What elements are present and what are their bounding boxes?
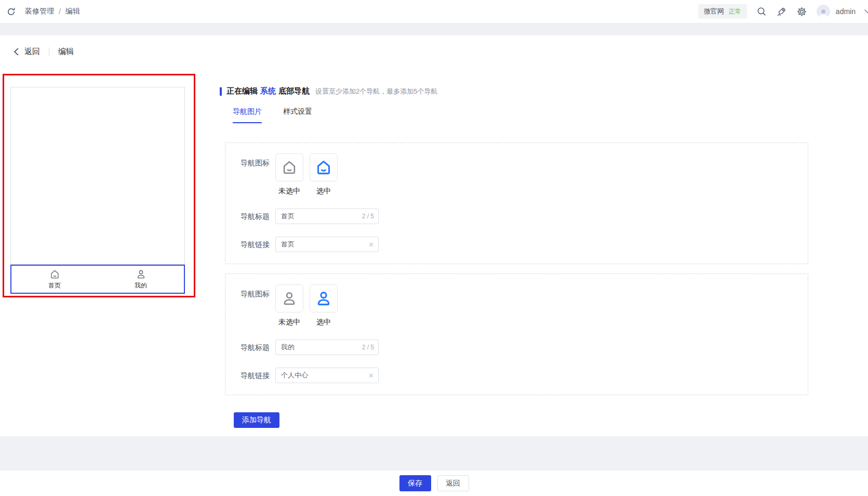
topbar: 装修管理 / 编辑 微官网 正常 [0,0,868,23]
nav-link-label: 导航链接 [241,237,270,252]
user-name[interactable]: admin [836,7,856,16]
editor-panel: 正在编辑 系统 底部导航 设置至少添加2个导航，最多添加5个导航 导航图片 样式… [220,86,808,428]
nav-title-row: 导航标题 2 / 5 [241,340,808,355]
subheader-divider [49,47,49,56]
site-status: 正常 [729,7,741,16]
phone-bottom-nav-selected[interactable]: 首页 我的 [10,265,185,294]
editing-header: 正在编辑 系统 底部导航 设置至少添加2个导航，最多添加5个导航 [220,86,808,96]
user-icon[interactable] [310,284,338,312]
nav-link-input[interactable] [275,368,379,383]
topbar-left: 装修管理 / 编辑 [5,6,80,17]
save-button[interactable]: 保存 [399,475,431,491]
phone-nav-label: 首页 [48,281,61,290]
nav-icon-label: 导航图标 [241,153,270,196]
nav-icon-label: 导航图标 [241,284,270,327]
editing-prefix: 正在编辑 [226,86,258,96]
site-name: 微官网 [704,7,724,16]
home-icon [49,269,60,280]
search-icon[interactable] [756,6,767,17]
tab-style-settings[interactable]: 样式设置 [283,107,312,123]
gear-icon[interactable] [796,6,808,17]
topbar-right: 微官网 正常 [698,4,867,19]
main-area: 首页 我的 正在编辑 系统 底部导航 [0,68,868,436]
nav-title-input-wrap: 2 / 5 [275,340,379,355]
editing-scope-link[interactable]: 系统 [260,86,276,96]
chevron-left-icon [12,48,20,55]
nav-title-row: 导航标题 2 / 5 [241,208,808,224]
rocket-icon[interactable] [776,6,787,17]
picker-caption: 选中 [316,318,331,327]
breadcrumb-separator: / [59,7,61,16]
picker-caption: 未选中 [278,318,300,327]
nav-icon-row: 导航图标 未选中 [241,153,808,196]
icon-pickers: 未选中 选中 [275,153,338,196]
clear-icon[interactable]: ✕ [368,237,374,252]
nav-link-input-wrap: ✕ [275,237,379,252]
nav-link-input-wrap: ✕ [275,368,379,383]
tab-nav-image[interactable]: 导航图片 [233,107,262,123]
user-icon[interactable] [275,284,303,312]
nav-link-label: 导航链接 [241,368,270,383]
icon-pickers: 未选中 选中 [275,284,338,327]
editing-target: 底部导航 [278,86,310,96]
char-counter: 2 / 5 [362,208,374,224]
nav-title-label: 导航标题 [241,208,270,224]
back-button[interactable]: 返回 [12,47,40,57]
breadcrumb: 装修管理 / 编辑 [25,7,80,16]
nav-title-label: 导航标题 [241,340,270,355]
editing-note: 设置至少添加2个导航，最多添加5个导航 [315,87,437,96]
subheader: 返回 编辑 [0,35,868,68]
phone-nav-item-home[interactable]: 首页 [11,266,98,293]
nav-icon-row: 导航图标 未选中 [241,284,808,327]
icon-picker-unselected[interactable]: 未选中 [275,284,303,327]
chevron-down-icon[interactable] [864,9,868,14]
nav-item-card-mine: 导航图标 未选中 [225,273,808,395]
refresh-icon[interactable] [5,6,17,17]
accent-bar [220,87,222,96]
avatar[interactable] [817,5,830,18]
breadcrumb-item-decoration[interactable]: 装修管理 [25,7,54,16]
add-nav-button[interactable]: 添加导航 [234,412,279,428]
back-label: 返回 [24,47,40,57]
char-counter: 2 / 5 [362,340,374,355]
picker-caption: 未选中 [278,187,300,196]
home-icon[interactable] [275,153,303,181]
header-separator-band [0,23,868,35]
return-button[interactable]: 返回 [437,475,469,491]
nav-title-input-wrap: 2 / 5 [275,208,379,224]
picker-caption: 选中 [316,187,331,196]
nav-link-row: 导航链接 ✕ [241,368,808,383]
nav-link-row: 导航链接 ✕ [241,237,808,252]
page-title: 编辑 [58,47,74,57]
phone-nav-item-mine[interactable]: 我的 [98,266,184,293]
site-status-badge[interactable]: 微官网 正常 [698,4,747,19]
user-icon [136,269,146,280]
icon-picker-selected[interactable]: 选中 [310,284,338,327]
editor-tabs: 导航图片 样式设置 [233,107,808,123]
icon-picker-selected[interactable]: 选中 [310,153,338,196]
clear-icon[interactable]: ✕ [368,368,374,383]
nav-item-card-home: 导航图标 未选中 [225,142,808,264]
footer-separator-band [0,436,868,471]
breadcrumb-item-edit: 编辑 [65,7,80,16]
phone-nav-label: 我的 [135,281,147,290]
nav-link-input[interactable] [275,237,379,252]
phone-screen[interactable] [10,87,185,265]
phone-preview-frame: 首页 我的 [3,74,195,297]
icon-picker-unselected[interactable]: 未选中 [275,153,303,196]
footer-actions: 保存 返回 [0,471,868,496]
page: 装修管理 / 编辑 微官网 正常 [0,0,868,496]
home-icon[interactable] [310,153,338,181]
